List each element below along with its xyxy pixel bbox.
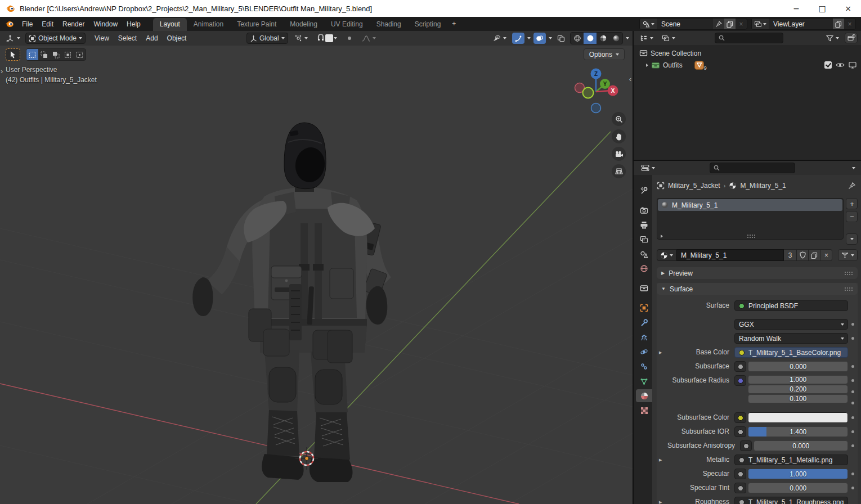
- texture-field[interactable]: T_Military_5_1_BaseColor.png: [734, 347, 848, 358]
- scene-name[interactable]: Scene: [657, 20, 713, 28]
- xray-toggle[interactable]: [555, 33, 567, 44]
- fake-user-shield-icon[interactable]: [797, 249, 809, 261]
- tab-tool[interactable]: [636, 184, 652, 197]
- navigation-gizmo[interactable]: Z Y X: [569, 67, 620, 118]
- value-slider[interactable]: 0.000: [748, 483, 848, 493]
- scene-selector[interactable]: Scene ×: [639, 18, 747, 30]
- tab-texture[interactable]: [636, 404, 652, 417]
- material-slot-item[interactable]: M_Military_5_1: [658, 199, 842, 211]
- value-slider[interactable]: 0.000: [748, 361, 848, 372]
- collection-checkbox[interactable]: [824, 61, 832, 69]
- overlays-toggle[interactable]: [533, 33, 546, 44]
- outliner-row-scene-collection[interactable]: Scene Collection: [634, 47, 861, 59]
- tab-collection[interactable]: [636, 282, 652, 295]
- shading-wireframe-icon[interactable]: [571, 33, 584, 44]
- select-set-icon[interactable]: [26, 49, 38, 60]
- expand-arrow-icon[interactable]: ▶: [657, 497, 667, 504]
- decorator-dot[interactable]: [851, 379, 854, 382]
- workspace-tab-animation[interactable]: Animation: [187, 18, 230, 31]
- proportional-falloff-selector[interactable]: [359, 34, 379, 43]
- breadcrumb-material[interactable]: M_Military_5_1: [740, 182, 786, 190]
- pin-icon[interactable]: [713, 19, 724, 29]
- properties-options-caret[interactable]: [852, 167, 855, 169]
- list-expand-icon[interactable]: [661, 235, 663, 238]
- hide-eye-icon[interactable]: [836, 62, 845, 68]
- workspace-tab-shading[interactable]: Shading: [370, 18, 408, 31]
- decorator-dot[interactable]: [851, 323, 854, 326]
- tab-object[interactable]: [636, 302, 652, 314]
- color-swatch[interactable]: [748, 412, 848, 423]
- gizmo-settings-caret[interactable]: [527, 37, 531, 39]
- disable-viewport-icon[interactable]: [849, 62, 856, 69]
- surface-panel-header[interactable]: ▼ Surface: [657, 283, 858, 295]
- tab-view-layer[interactable]: [636, 233, 652, 246]
- decorator-dot[interactable]: [851, 337, 854, 340]
- expand-collection-icon[interactable]: [646, 64, 648, 67]
- decorator-dot[interactable]: [851, 365, 854, 368]
- new-scene-icon[interactable]: [724, 19, 736, 29]
- expand-arrow-icon[interactable]: ▶: [657, 347, 667, 355]
- dropdown-field[interactable]: GGX: [734, 319, 848, 330]
- select-invert-icon[interactable]: [62, 49, 74, 60]
- expand-arrow-icon[interactable]: ▶: [657, 454, 667, 462]
- editor-type-properties-icon[interactable]: [638, 163, 658, 173]
- viewport-canvas[interactable]: [0, 46, 633, 504]
- decorator-dot[interactable]: [851, 430, 854, 433]
- viewport-menu-add[interactable]: Add: [141, 33, 162, 44]
- proportional-editing-toggle[interactable]: [343, 34, 356, 43]
- outliner-filter-icon[interactable]: [823, 34, 842, 43]
- value-slider[interactable]: 1.000: [748, 375, 848, 384]
- overlays-settings-caret[interactable]: [549, 37, 552, 39]
- decorator-dot[interactable]: [851, 390, 854, 393]
- breadcrumb-object[interactable]: Military_5_Jacket: [668, 182, 720, 190]
- decorator-dot[interactable]: [851, 402, 854, 404]
- dropdown-field[interactable]: Random Walk: [734, 333, 848, 344]
- tab-modifiers[interactable]: [636, 316, 652, 329]
- shading-settings-caret[interactable]: [626, 37, 629, 39]
- shading-rendered-icon[interactable]: [609, 33, 622, 44]
- material-users-count[interactable]: 3: [784, 249, 797, 261]
- material-name-field[interactable]: M_Military_5_1: [676, 249, 784, 261]
- gizmo-toggle[interactable]: [512, 33, 524, 44]
- tab-world[interactable]: [636, 262, 652, 275]
- toolbar-expand-chevron[interactable]: ›: [1, 67, 3, 75]
- sidebar-expand-chevron[interactable]: ‹: [629, 75, 631, 83]
- value-slider[interactable]: 1.000: [748, 469, 848, 479]
- outliner-display-mode-icon[interactable]: [659, 33, 678, 43]
- tab-render[interactable]: [636, 204, 652, 217]
- minimize-button[interactable]: −: [783, 0, 809, 17]
- camera-view-icon[interactable]: [612, 147, 626, 161]
- menu-edit[interactable]: Edit: [37, 19, 58, 30]
- pin-icon[interactable]: [848, 182, 855, 190]
- material-specials-button[interactable]: [838, 249, 858, 261]
- decorator-dot[interactable]: [851, 444, 854, 447]
- viewlayer-selector[interactable]: ViewLayer ×: [751, 18, 856, 30]
- snap-magnet-icon[interactable]: [317, 34, 325, 42]
- editor-type-outliner-icon[interactable]: [637, 33, 656, 43]
- outliner-search-input[interactable]: [715, 33, 783, 43]
- add-slot-button[interactable]: +: [846, 198, 858, 209]
- blender-menu-icon[interactable]: [5, 19, 14, 29]
- select-intersect-icon[interactable]: [74, 49, 86, 60]
- outliner-row-outfits[interactable]: Outfits 9: [634, 59, 861, 71]
- viewport-menu-view[interactable]: View: [90, 33, 114, 44]
- shading-material-icon[interactable]: [597, 33, 609, 44]
- menu-help[interactable]: Help: [122, 19, 145, 30]
- remove-slot-button[interactable]: −: [846, 211, 858, 222]
- tab-scene[interactable]: [636, 248, 652, 260]
- orientation-selector[interactable]: Global: [246, 33, 288, 44]
- value-slider[interactable]: 0.100: [748, 394, 848, 403]
- viewlayer-icon[interactable]: [752, 19, 769, 29]
- decorator-dot[interactable]: [851, 487, 854, 489]
- zoom-icon[interactable]: [612, 112, 626, 126]
- scene-icon[interactable]: [640, 19, 657, 29]
- active-tool-tweak-icon[interactable]: [6, 48, 20, 61]
- slot-specials-button[interactable]: [846, 233, 858, 245]
- select-extend-icon[interactable]: [38, 49, 50, 60]
- options-button[interactable]: Options: [584, 48, 625, 60]
- browse-material-button[interactable]: [657, 249, 676, 261]
- tab-object-data[interactable]: [636, 375, 652, 388]
- decorator-dot[interactable]: [851, 416, 854, 419]
- orthographic-toggle-icon[interactable]: [612, 164, 626, 178]
- new-collection-button[interactable]: [845, 33, 858, 43]
